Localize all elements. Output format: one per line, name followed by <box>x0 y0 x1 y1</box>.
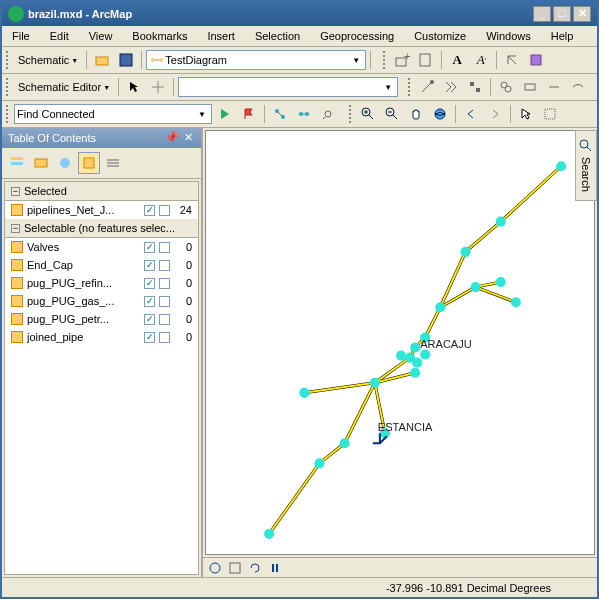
menu-help[interactable]: Help <box>547 28 578 44</box>
pin-icon[interactable]: 📌 <box>165 131 179 145</box>
add-data-icon[interactable]: + <box>391 49 413 71</box>
selectable-checkbox[interactable]: ✓ <box>144 296 155 307</box>
layout-icon[interactable] <box>415 49 437 71</box>
list-by-source-icon[interactable] <box>30 152 52 174</box>
selectable-checkbox[interactable]: ✓ <box>144 260 155 271</box>
select-icon[interactable] <box>515 103 537 125</box>
toc-row[interactable]: pipelines_Net_J... ✓ 24 <box>5 201 198 219</box>
pointer-icon[interactable] <box>123 76 145 98</box>
full-extent-icon[interactable] <box>429 103 451 125</box>
toolbar-grip[interactable] <box>6 78 10 96</box>
menu-edit[interactable]: Edit <box>46 28 73 44</box>
list-by-visibility-icon[interactable] <box>54 152 76 174</box>
toc-row[interactable]: pug_PUG_petr... ✓ 0 <box>5 310 198 328</box>
find-combo[interactable]: ▼ <box>14 104 212 124</box>
tool-icon[interactable] <box>519 76 541 98</box>
editor-combo-arrow[interactable]: ▼ <box>381 83 395 92</box>
maximize-button[interactable]: □ <box>553 6 571 22</box>
toc-row[interactable]: End_Cap ✓ 0 <box>5 256 198 274</box>
close-button[interactable]: ✕ <box>573 6 591 22</box>
editor-combo[interactable]: ▼ <box>178 77 398 97</box>
toolbar-grip[interactable] <box>383 51 387 69</box>
visible-checkbox[interactable] <box>159 296 170 307</box>
find-input[interactable] <box>17 106 195 122</box>
menu-file[interactable]: File <box>8 28 34 44</box>
tool-icon[interactable] <box>293 103 315 125</box>
toc-row[interactable]: joined_pipe ✓ 0 <box>5 328 198 346</box>
tool-icon[interactable] <box>464 76 486 98</box>
collapse-icon[interactable]: − <box>11 224 20 233</box>
visible-checkbox[interactable] <box>159 205 170 216</box>
toc-section-selected[interactable]: − Selected <box>5 182 198 201</box>
list-by-selection-icon[interactable] <box>78 152 100 174</box>
flag-icon[interactable] <box>238 103 260 125</box>
zoom-in-icon[interactable] <box>357 103 379 125</box>
bold-icon[interactable]: A <box>446 49 468 71</box>
toc-row[interactable]: Valves ✓ 0 <box>5 238 198 256</box>
selectable-checkbox[interactable]: ✓ <box>144 332 155 343</box>
schematic-editor-dropdown[interactable]: Schematic Editor▼ <box>14 79 114 95</box>
italic-icon[interactable]: A′ <box>470 49 492 71</box>
toolbar-grip[interactable] <box>6 105 10 123</box>
menu-view[interactable]: View <box>85 28 117 44</box>
decrease-icon[interactable] <box>501 49 523 71</box>
tool-icon[interactable] <box>539 103 561 125</box>
tool-icon[interactable] <box>495 76 517 98</box>
toolbar-grip[interactable] <box>349 105 353 123</box>
tool-icon[interactable] <box>416 76 438 98</box>
pan-icon[interactable] <box>405 103 427 125</box>
layout-view-icon[interactable] <box>227 560 243 576</box>
selectable-checkbox[interactable]: ✓ <box>144 278 155 289</box>
minimize-button[interactable]: _ <box>533 6 551 22</box>
visible-checkbox[interactable] <box>159 314 170 325</box>
menu-insert[interactable]: Insert <box>203 28 239 44</box>
selectable-checkbox[interactable]: ✓ <box>144 242 155 253</box>
editor-input[interactable] <box>181 79 381 95</box>
selectable-checkbox[interactable]: ✓ <box>144 314 155 325</box>
visible-checkbox[interactable] <box>159 242 170 253</box>
menu-bookmarks[interactable]: Bookmarks <box>128 28 191 44</box>
selectable-checkbox[interactable]: ✓ <box>144 205 155 216</box>
layer-icon <box>11 295 23 307</box>
pause-icon[interactable] <box>267 560 283 576</box>
toolbar-grip[interactable] <box>408 78 412 96</box>
toc-close-icon[interactable]: ✕ <box>181 131 195 145</box>
tool-icon[interactable] <box>269 103 291 125</box>
visible-checkbox[interactable] <box>159 278 170 289</box>
visible-checkbox[interactable] <box>159 332 170 343</box>
list-by-drawing-icon[interactable] <box>6 152 28 174</box>
increase-icon[interactable] <box>525 49 547 71</box>
diagram-combo[interactable]: ▼ <box>146 50 366 70</box>
data-view-icon[interactable] <box>207 560 223 576</box>
menu-windows[interactable]: Windows <box>482 28 535 44</box>
menu-customize[interactable]: Customize <box>410 28 470 44</box>
main-window: brazil.mxd - ArcMap _ □ ✕ File Edit View… <box>0 0 599 599</box>
toc-row[interactable]: pug_PUG_gas_... ✓ 0 <box>5 292 198 310</box>
search-tab[interactable]: Search <box>575 130 597 201</box>
open-icon[interactable] <box>91 49 113 71</box>
menu-geoprocessing[interactable]: Geoprocessing <box>316 28 398 44</box>
menu-selection[interactable]: Selection <box>251 28 304 44</box>
visible-checkbox[interactable] <box>159 260 170 271</box>
refresh-icon[interactable] <box>247 560 263 576</box>
toc-row[interactable]: pug_PUG_refin... ✓ 0 <box>5 274 198 292</box>
tool-icon[interactable] <box>440 76 462 98</box>
prev-extent-icon[interactable] <box>460 103 482 125</box>
zoom-out-icon[interactable] <box>381 103 403 125</box>
collapse-icon[interactable]: − <box>11 187 20 196</box>
tool-icon[interactable] <box>317 103 339 125</box>
options-icon[interactable] <box>102 152 124 174</box>
tool-icon[interactable] <box>543 76 565 98</box>
diagram-combo-arrow[interactable]: ▼ <box>349 56 363 65</box>
map-canvas[interactable]: ARACAJU ESTANCIA <box>205 130 595 555</box>
toc-section-selectable[interactable]: − Selectable (no features selec... <box>5 219 198 238</box>
save-icon[interactable] <box>115 49 137 71</box>
tool-icon[interactable] <box>567 76 589 98</box>
diagram-input[interactable] <box>165 52 349 68</box>
run-icon[interactable] <box>214 103 236 125</box>
find-combo-arrow[interactable]: ▼ <box>195 110 209 119</box>
schematic-dropdown[interactable]: Schematic▼ <box>14 52 82 68</box>
move-icon[interactable] <box>147 76 169 98</box>
toolbar-grip[interactable] <box>6 51 10 69</box>
next-extent-icon[interactable] <box>484 103 506 125</box>
